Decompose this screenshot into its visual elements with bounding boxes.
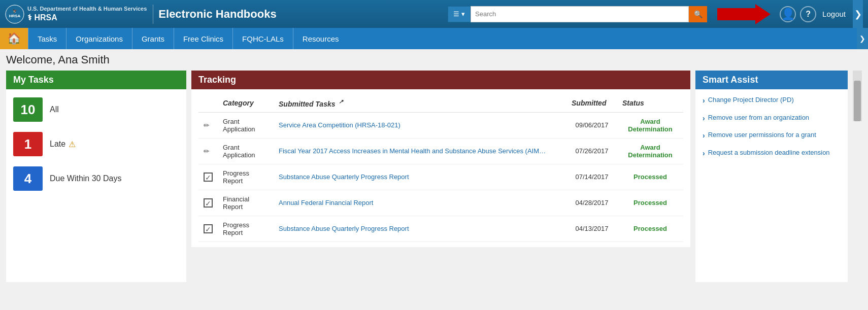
row-task: Substance Abuse Quarterly Progress Repor…	[274, 216, 566, 242]
tracking-panel: Tracking Category Submitted Tasks ↗ Subm…	[191, 71, 690, 284]
search-area: ☰ ▾ 🔍	[448, 4, 771, 24]
arrow-icon: ›	[703, 96, 705, 106]
svg-marker-3	[717, 4, 771, 24]
edit-icon: ✏	[204, 121, 210, 129]
my-tasks-header: My Tasks	[6, 71, 186, 89]
row-icon: ✏	[198, 112, 218, 138]
check-icon: ✓	[204, 224, 213, 233]
search-icon: 🔍	[694, 10, 703, 18]
my-tasks-body: 10 All 1 Late ⚠ 4	[6, 89, 186, 282]
table-row: ✓ Financial Report Annual Federal Financ…	[198, 190, 683, 216]
assist-item-2[interactable]: › Remove user permissions for a grant	[703, 130, 841, 141]
table-row: ✏ Grant Application Fiscal Year 2017 Acc…	[198, 138, 683, 164]
nav-bar: 🏠 Tasks Organizations Grants Free Clinic…	[0, 28, 868, 49]
row-task: Annual Federal Financial Report	[274, 190, 566, 216]
check-icon: ✓	[204, 198, 213, 208]
app-title: Electronic Handbooks	[158, 8, 443, 21]
logo: 🦅 HRSA U.S. Department of Health & Human…	[5, 5, 153, 24]
search-input[interactable]	[471, 6, 689, 22]
task-link[interactable]: Annual Federal Financial Report	[279, 199, 373, 206]
svg-text:HRSA: HRSA	[9, 14, 21, 18]
task-label-all: All	[50, 105, 59, 114]
chevron-right-icon: ❯	[859, 35, 865, 43]
col-header-status: Status	[617, 94, 683, 112]
arrow-icon: ›	[703, 114, 705, 124]
assist-item-0[interactable]: › Change Project Director (PD)	[703, 95, 841, 106]
sidebar-item-free-clinics[interactable]: Free Clinics	[174, 28, 232, 49]
assist-label: Request a submission deadline extension	[708, 148, 830, 157]
my-tasks-panel: My Tasks 10 All 1 Late ⚠	[6, 71, 186, 284]
sidebar-item-grants[interactable]: Grants	[132, 28, 174, 49]
row-category: Grant Application	[218, 138, 274, 164]
header-scroll-button[interactable]: ❯	[853, 0, 863, 28]
row-submitted: 07/14/2017	[566, 164, 617, 190]
task-badge-late[interactable]: 1	[13, 132, 43, 156]
col-header-submitted: Submitted	[566, 94, 617, 112]
header: 🦅 HRSA U.S. Department of Health & Human…	[0, 0, 868, 28]
sidebar-item-resources[interactable]: Resources	[293, 28, 348, 49]
menu-button[interactable]: ☰ ▾	[448, 6, 471, 22]
scrollbar-thumb	[854, 81, 861, 121]
col-header-icon	[198, 94, 218, 112]
nav-scroll-button[interactable]: ❯	[857, 28, 868, 49]
table-row: ✓ Progress Report Substance Abuse Quarte…	[198, 216, 683, 242]
assist-label: Remove user permissions for a grant	[708, 130, 816, 140]
logout-button[interactable]: Logout	[822, 10, 846, 18]
task-link[interactable]: Substance Abuse Quarterly Progress Repor…	[279, 173, 409, 181]
table-row: ✏ Grant Application Service Area Competi…	[198, 112, 683, 138]
tracking-header: Tracking	[191, 71, 690, 89]
task-row-due: 4 Due Within 30 Days	[13, 166, 179, 191]
table-row: ✓ Progress Report Substance Abuse Quarte…	[198, 164, 683, 190]
row-status: Award Determination	[617, 112, 683, 138]
assist-label: Change Project Director (PD)	[708, 95, 794, 105]
sidebar-item-fqhc-lals[interactable]: FQHC-LALs	[232, 28, 293, 49]
row-status: Processed	[617, 164, 683, 190]
row-icon: ✓	[198, 190, 218, 216]
task-link[interactable]: Service Area Competition (HRSA-18-021)	[279, 121, 400, 129]
task-badge-due[interactable]: 4	[13, 166, 43, 191]
task-label-due: Due Within 30 Days	[50, 174, 121, 183]
row-icon: ✏	[198, 138, 218, 164]
menu-icon: ☰	[453, 10, 459, 18]
task-link[interactable]: Fiscal Year 2017 Access Increases in Men…	[279, 147, 546, 155]
row-submitted: 04/28/2017	[566, 190, 617, 216]
row-submitted: 07/26/2017	[566, 138, 617, 164]
table-header-row: Category Submitted Tasks ↗ Submitted Sta…	[198, 94, 683, 112]
main-content: Welcome, Ana Smith My Tasks 10 All 1 Lat…	[0, 49, 868, 288]
smart-assist-body: › Change Project Director (PD) › Remove …	[695, 89, 848, 282]
chevron-right-icon: ❯	[854, 9, 862, 20]
row-status: Award Determination	[617, 138, 683, 164]
col-header-submitted-tasks: Submitted Tasks ↗	[274, 94, 566, 112]
warning-icon: ⚠	[69, 140, 76, 149]
row-category: Financial Report	[218, 190, 274, 216]
row-status: Processed	[617, 190, 683, 216]
assist-item-3[interactable]: › Request a submission deadline extensio…	[703, 148, 841, 159]
arrow-icon: ›	[703, 149, 705, 159]
welcome-message: Welcome, Ana Smith	[6, 53, 862, 66]
content-row: My Tasks 10 All 1 Late ⚠	[6, 71, 862, 284]
external-link-icon: ↗	[339, 98, 343, 105]
search-button[interactable]: 🔍	[689, 6, 707, 22]
row-submitted: 09/06/2017	[566, 112, 617, 138]
row-submitted: 04/13/2017	[566, 216, 617, 242]
task-link[interactable]: Substance Abuse Quarterly Progress Repor…	[279, 225, 409, 232]
task-badge-all[interactable]: 10	[13, 97, 43, 122]
home-icon: 🏠	[7, 32, 21, 45]
right-scrollbar[interactable]	[853, 71, 862, 121]
tracking-table: Category Submitted Tasks ↗ Submitted Sta…	[198, 94, 683, 242]
tracking-body: Category Submitted Tasks ↗ Submitted Sta…	[191, 89, 690, 247]
sidebar-item-organizations[interactable]: Organizations	[66, 28, 132, 49]
logo-emblem: 🦅 HRSA	[5, 5, 24, 24]
assist-label: Remove user from an organization	[708, 113, 809, 122]
help-icon[interactable]: ?	[800, 6, 816, 22]
row-category: Grant Application	[218, 112, 274, 138]
row-category: Progress Report	[218, 164, 274, 190]
row-icon: ✓	[198, 216, 218, 242]
row-task: Fiscal Year 2017 Access Increases in Men…	[274, 138, 566, 164]
nav-home-button[interactable]: 🏠	[0, 28, 28, 49]
account-icon[interactable]: 👤	[780, 6, 796, 22]
arrow-icon: ›	[703, 131, 705, 141]
sidebar-item-tasks[interactable]: Tasks	[28, 28, 66, 49]
check-icon: ✓	[204, 173, 213, 182]
assist-item-1[interactable]: › Remove user from an organization	[703, 113, 841, 124]
